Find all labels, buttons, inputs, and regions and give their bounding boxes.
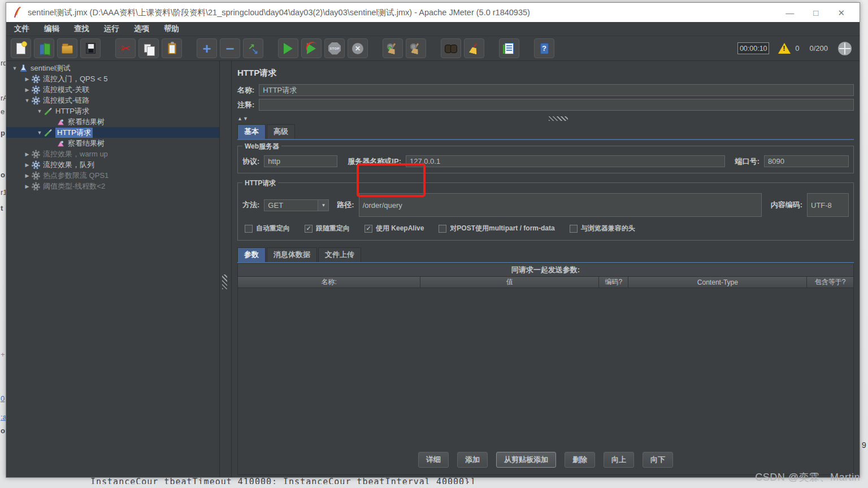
menu-help[interactable]: 帮助	[164, 24, 179, 34]
paste-button[interactable]	[162, 38, 182, 58]
tree-main-splitter[interactable]	[220, 61, 232, 477]
checkbox-auto-redirect[interactable]: 自动重定向	[245, 224, 290, 233]
menu-edit[interactable]: 编辑	[44, 24, 59, 34]
checkbox-follow-redirect[interactable]: 跟随重定向	[305, 224, 350, 233]
expander-icon[interactable]	[23, 162, 31, 168]
search-button[interactable]	[441, 38, 461, 58]
protocol-label: 协议:	[242, 156, 259, 167]
tree-item-view-results-tree[interactable]: 察看结果树	[6, 116, 219, 127]
toggle-element-button[interactable]	[243, 38, 263, 58]
tree-item-test-plan[interactable]: sentinel测试	[6, 63, 219, 73]
copy-button[interactable]	[138, 38, 159, 58]
column-header-content-type[interactable]: Content-Type	[628, 277, 807, 288]
tree-item-thread-group-disabled[interactable]: 流控效果，warm up	[6, 149, 219, 159]
down-button[interactable]: 向下	[643, 452, 673, 468]
comment-input[interactable]	[259, 99, 854, 111]
new-file-button[interactable]	[11, 38, 31, 58]
basic-advanced-tabs: 基本 高级	[237, 124, 854, 139]
expander-icon[interactable]	[23, 151, 31, 157]
minimize-button[interactable]: —	[785, 8, 794, 17]
expander-icon[interactable]	[23, 98, 31, 103]
chevron-down-icon[interactable]	[318, 199, 329, 211]
cut-button[interactable]: ✂	[115, 38, 136, 58]
column-header-name[interactable]: 名称:	[238, 277, 420, 288]
server-input[interactable]: 127.0.0.1	[406, 155, 725, 167]
stop-button[interactable]: STOP	[324, 38, 345, 58]
detail-button[interactable]: 详细	[418, 452, 449, 468]
watermark-text: CSDN @奕霖、Martin	[755, 470, 860, 484]
protocol-input[interactable]: http	[264, 155, 337, 167]
templates-button[interactable]	[34, 38, 54, 58]
column-header-encode[interactable]: 编码?	[599, 277, 628, 288]
tab-body-data[interactable]: 消息体数据	[267, 247, 317, 262]
tree-item-http-request[interactable]: HTTP请求	[6, 106, 219, 116]
warning-triangle-icon[interactable]	[778, 43, 791, 54]
clear-button[interactable]	[383, 38, 403, 58]
menu-file[interactable]: 文件	[14, 24, 29, 34]
expander-icon[interactable]	[36, 108, 44, 114]
column-header-include-equals[interactable]: 包含等于?	[807, 277, 853, 288]
search-reset-button[interactable]	[464, 38, 484, 58]
tree-item-http-request-selected[interactable]: HTTP请求	[6, 127, 219, 138]
tree-item-thread-group-disabled[interactable]: 阈值类型-线程数<2	[6, 181, 219, 191]
checkbox-multipart[interactable]: 对POST使用multipart / form-data	[439, 224, 554, 233]
expander-icon[interactable]	[23, 173, 31, 178]
open-file-button[interactable]	[57, 38, 77, 58]
encoding-input[interactable]: UTF-8	[807, 193, 849, 217]
expander-icon[interactable]	[23, 87, 31, 93]
background-text-fragment: o	[1, 171, 5, 179]
expander-icon[interactable]	[36, 130, 44, 136]
method-select[interactable]: GET	[264, 199, 329, 211]
start-no-timers-button[interactable]	[301, 38, 322, 58]
save-button[interactable]	[80, 38, 101, 58]
port-input[interactable]: 8090	[764, 155, 849, 167]
tab-files-upload[interactable]: 文件上传	[318, 247, 361, 262]
tree-item-thread-group[interactable]: 流控效果，队列	[6, 159, 219, 170]
jmeter-window: sentinel测试.jmx (D:\AAA资料\上课资料\阶段资料\21_sp…	[6, 2, 860, 478]
tree-item-thread-group-disabled[interactable]: 热点参数限流 QPS1	[6, 170, 219, 181]
tree-item-thread-group[interactable]: 流控入门，QPS < 5	[6, 73, 219, 84]
function-helper-button[interactable]	[499, 38, 519, 58]
start-button[interactable]	[278, 38, 298, 58]
splitter-collapse-icons[interactable]: ▲▼	[237, 116, 249, 121]
tree-item-view-results-tree[interactable]: 察看结果树	[6, 138, 219, 149]
shutdown-button[interactable]: ✕	[348, 38, 368, 58]
menu-search[interactable]: 查找	[74, 24, 89, 34]
tree-item-thread-group[interactable]: 流控模式-链路	[6, 95, 219, 106]
help-book-icon: ?	[540, 43, 549, 54]
remove-element-button[interactable]: −	[220, 38, 240, 58]
table-body-empty[interactable]	[238, 288, 853, 447]
maximize-button[interactable]: □	[813, 8, 818, 17]
help-button[interactable]: ?	[534, 38, 554, 58]
close-button[interactable]: ✕	[837, 8, 845, 17]
delete-button[interactable]: 删除	[565, 452, 595, 468]
header-splitter[interactable]: ▲▼	[237, 115, 854, 122]
clear-all-button[interactable]	[406, 38, 426, 58]
add-button[interactable]: 添加	[457, 452, 488, 468]
tab-basic[interactable]: 基本	[237, 124, 266, 139]
menu-run[interactable]: 运行	[104, 24, 119, 34]
tab-parameters[interactable]: 参数	[237, 247, 266, 262]
expander-icon[interactable]	[23, 76, 31, 82]
menu-options[interactable]: 选项	[134, 24, 149, 34]
tab-advanced[interactable]: 高级	[267, 124, 295, 139]
thread-group-gear-icon	[31, 85, 41, 94]
tree-item-thread-group[interactable]: 流控模式-关联	[6, 84, 219, 95]
column-header-value[interactable]: 值	[420, 277, 599, 288]
encoding-label: 内容编码:	[771, 200, 802, 210]
path-input[interactable]: /order/query	[359, 193, 762, 217]
expander-icon[interactable]	[23, 184, 31, 189]
http-request-config-panel: HTTP请求 名称: HTTP请求 注释: ▲▼ 基本 高级 Web服务器	[232, 61, 860, 477]
up-button[interactable]: 向上	[604, 452, 634, 468]
warning-count: 0	[795, 44, 799, 53]
name-input[interactable]: HTTP请求	[259, 84, 854, 96]
checkbox-keepalive[interactable]: 使用 KeepAlive	[364, 224, 424, 233]
checkbox-browser-headers[interactable]: 与浏览器兼容的头	[570, 224, 635, 233]
add-element-button[interactable]: +	[197, 38, 217, 58]
tab-underline	[237, 139, 854, 140]
parameter-tabs: 参数 消息体数据 文件上传	[237, 247, 854, 262]
add-from-clipboard-button[interactable]: 从剪贴板添加	[496, 452, 556, 468]
expander-icon[interactable]	[11, 66, 19, 71]
copy-icon	[144, 44, 151, 53]
search-binoculars-icon	[445, 45, 457, 53]
